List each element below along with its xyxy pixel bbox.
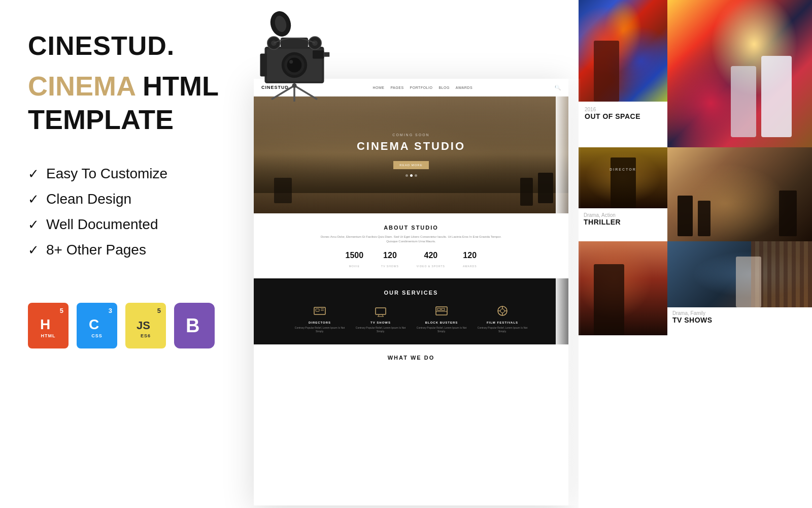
art1-caption: 2016 OUT OF SPACE: [579, 102, 667, 147]
image-director-box: DIRECTOR Drama, Action THRILLER: [579, 147, 667, 241]
feature-label-3: Well Documented: [46, 216, 158, 233]
image-desert: [667, 147, 812, 241]
service-directors-desc: Contrary Popular Relief, Lorem Ipsum Is …: [294, 326, 345, 333]
svg-rect-28: [376, 308, 386, 314]
image-drama: [579, 241, 667, 335]
tvshows-icon: [374, 304, 388, 318]
nav-link-blog: BLOG: [438, 86, 449, 89]
template-search-icon: 🔍: [555, 85, 561, 90]
hero-title: CINEMA STUDIO: [357, 140, 465, 153]
image-director: DIRECTOR: [579, 147, 667, 208]
html5-number: 5: [60, 307, 63, 314]
checkmark-icon-1: ✓: [28, 166, 39, 182]
dot-2: [410, 174, 413, 177]
image-art2-box: [667, 0, 812, 147]
service-filmfestivals: FILM FESTIVALS Contrary Popular Relief, …: [477, 304, 528, 333]
image-desert-box: [667, 147, 812, 241]
director-genre: Drama, Action: [584, 212, 662, 218]
svg-rect-16: [313, 50, 324, 58]
image-library-box: Drama, Family TV SHOWS: [667, 241, 812, 335]
art2-figure-2: [731, 66, 756, 137]
features-list: ✓ Easy To Customize ✓ Clean Design ✓ Wel…: [28, 166, 236, 267]
svg-text:H: H: [40, 316, 50, 332]
svg-text:C: C: [89, 316, 99, 332]
svg-line-4: [272, 86, 294, 100]
blockbusters-icon: [434, 304, 449, 318]
director-title: THRILLER: [584, 218, 662, 226]
html5-label: HTML: [41, 333, 56, 338]
services-items: DIRECTORS Contrary Popular Relief, Lorem…: [264, 304, 558, 333]
hero-figure-1: [538, 173, 553, 203]
subtitle-cinema: CINEMA: [28, 71, 135, 101]
svg-rect-25: [316, 309, 319, 311]
about-title: ABOUT STUDIO: [264, 225, 558, 231]
service-tvshows-desc: Contrary Popular Relief, Lorem Ipsum Is …: [355, 326, 406, 333]
feature-item-1: ✓ Easy To Customize: [28, 166, 236, 182]
service-tvshows-name: TV SHOWS: [355, 321, 406, 324]
svg-text:JS: JS: [137, 319, 150, 332]
nav-link-portfolio: PORTFOLIO: [410, 86, 433, 89]
subtitle-block: CINEMA HTML TEMPLATE: [28, 70, 236, 150]
bootstrap-badge: B: [174, 303, 215, 348]
whatwedo-title: WHAT WE DO: [264, 355, 558, 361]
css3-label: CSS: [91, 333, 103, 338]
template-hero: COMING SOON CINEMA STUDIO READ MORE: [254, 97, 568, 213]
svg-rect-15: [260, 54, 267, 77]
service-filmfestivals-desc: Contrary Popular Relief, Lorem Ipsum Is …: [477, 326, 528, 333]
library-genre: Drama, Family: [672, 310, 807, 316]
desert-figure-3: [779, 190, 797, 236]
feature-label-1: Easy To Customize: [46, 166, 167, 182]
service-directors-name: DIRECTORS: [294, 321, 345, 324]
drama-figure: [594, 264, 624, 335]
stat-awards-label: AWARDS: [463, 265, 477, 268]
js-badge: 5 JS ES6: [125, 303, 166, 348]
svg-point-13: [289, 60, 293, 64]
art2-figure-1: [761, 56, 792, 137]
service-filmfestivals-name: FILM FESTIVALS: [477, 321, 528, 324]
checkmark-icon-2: ✓: [28, 192, 39, 207]
stat-awards-number: 120: [463, 251, 477, 260]
svg-rect-34: [442, 308, 445, 310]
nav-link-awards: AWARDS: [456, 86, 472, 89]
feature-label-2: Clean Design: [46, 191, 131, 207]
stat-video-number: 420: [417, 251, 445, 260]
css3-icon: C: [87, 313, 107, 333]
svg-point-37: [500, 309, 504, 313]
html5-badge: 5 H HTML: [28, 303, 69, 348]
template-services: OUR SERVICES DIRECTORS Contrary Popular …: [254, 278, 568, 344]
stat-tvshows-label: TV SHOWS: [381, 265, 399, 268]
template-about: ABOUT STUDIO Donec Arcu Dolor, Elementum…: [254, 213, 568, 278]
dot-3: [415, 174, 417, 177]
image-art1-box: 2016 OUT OF SPACE: [579, 0, 667, 147]
svg-point-7: [292, 83, 297, 88]
subtitle-line2: TEMPLATE: [28, 104, 236, 135]
library-title: TV SHOWS: [672, 316, 807, 324]
js-label: ES6: [141, 333, 151, 338]
library-figure: [736, 257, 761, 307]
template-preview: CINESTUD. HOME PAGES PORTFOLIO BLOG AWAR…: [254, 79, 568, 505]
checkmark-icon-3: ✓: [28, 217, 39, 233]
subtitle-line1: CINEMA HTML: [28, 70, 236, 102]
svg-text:B: B: [186, 315, 199, 336]
feature-label-4: 8+ Other Pages: [46, 242, 146, 258]
service-directors: DIRECTORS Contrary Popular Relief, Lorem…: [294, 304, 345, 333]
brand-title: CINESTUD.: [28, 30, 236, 61]
css3-badge: 3 C CSS: [77, 303, 117, 348]
camera-decoration: [218, 0, 370, 102]
svg-rect-32: [436, 307, 447, 315]
hero-read-more-btn[interactable]: READ MORE: [393, 161, 428, 169]
hero-dots: [357, 174, 465, 177]
tech-icons: 5 H HTML 3 C CSS 5 JS ES6 B: [28, 303, 236, 348]
stat-video: 420 VIDEO & SPORTS: [417, 251, 445, 269]
service-tvshows: TV SHOWS Contrary Popular Relief, Lorem …: [355, 304, 406, 333]
image-art2: [667, 0, 812, 147]
image-art1: [579, 0, 667, 102]
image-drama-box: [579, 241, 667, 335]
svg-rect-33: [437, 308, 441, 310]
hero-content: COMING SOON CINEMA STUDIO READ MORE: [357, 133, 465, 177]
stat-tvshows: 120 TV SHOWS: [381, 251, 399, 269]
camera-icon: [239, 10, 350, 102]
nav-link-home: HOME: [373, 86, 384, 89]
bootstrap-icon: B: [182, 313, 207, 338]
service-blockbusters-name: BLOCK BUSTERS: [416, 321, 467, 324]
